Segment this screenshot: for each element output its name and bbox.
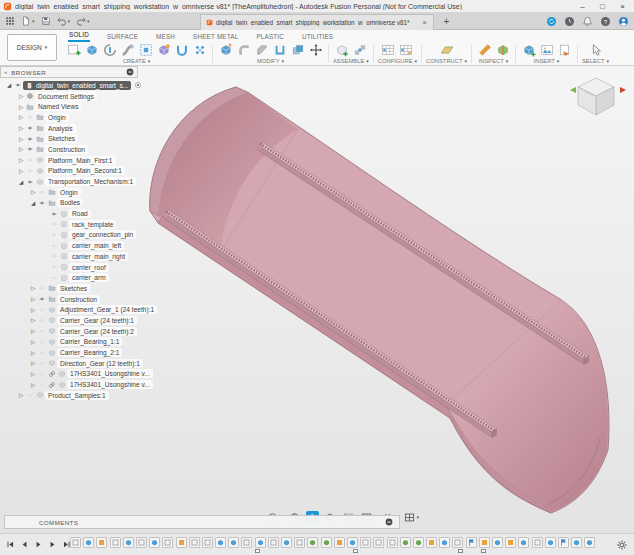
browser-item-17hs3401-usongshine-v[interactable]: ▷17HS3401_Usongshine v... [1,379,157,390]
browser-item-bodies[interactable]: ◢Bodies [1,198,157,209]
viewports-button[interactable]: ▾ [403,511,420,524]
chamfer-button[interactable] [253,42,270,58]
expand-arrow-icon[interactable]: ▷ [29,328,37,334]
browser-item-carrier-bearing-2-1[interactable]: ▷Carrier_Bearing_2:1 [1,347,157,358]
undo-button[interactable]: ▾ [56,15,72,27]
browser-item-label[interactable]: Carrier_Gear (24 teeth):1 [57,316,137,325]
timeline-marker[interactable] [481,549,486,553]
timeline-feature-2-blue[interactable] [83,537,94,548]
expand-arrow-icon[interactable]: ▷ [29,189,37,195]
visibility-eye-icon[interactable] [25,136,35,142]
collapse-arrow-icon[interactable]: ◢ [5,82,13,88]
toolbar-group-label[interactable]: INSERT ▾ [534,58,560,66]
shell-button[interactable] [271,42,288,58]
tab-utilities[interactable]: UTILITIES [301,32,334,42]
browser-item-origin[interactable]: ▷Origin [1,187,157,198]
browser-item-label[interactable]: carrier_main_left [69,241,124,250]
toolbar-group-label[interactable]: SELECT ▾ [582,58,609,66]
tab-mesh[interactable]: MESH [155,32,176,42]
collapse-panel-icon[interactable]: « [4,69,7,75]
browser-item-label[interactable]: Transportation_Mechanism:1 [45,177,136,186]
timeline-feature-20-green[interactable] [321,537,332,548]
expand-arrow-icon[interactable]: ▷ [29,296,37,302]
visibility-eye-icon[interactable] [25,179,35,185]
browser-item-label[interactable]: Origin [57,188,81,197]
browser-item-label[interactable]: Product_Samples:1 [45,391,109,400]
visibility-eye-icon[interactable] [37,200,47,206]
activate-component-radio[interactable] [134,81,142,89]
timeline-feature-3-orange[interactable] [96,537,107,548]
tab-plastic[interactable]: PLASTIC [255,32,285,42]
play-button[interactable] [32,538,44,550]
browser-item-rack-template[interactable]: rack_template [1,219,157,230]
browser-item-label[interactable]: Sketches [57,284,90,293]
timeline-feature-21-orange[interactable] [334,537,345,548]
browser-item-label[interactable]: Construction [57,295,100,304]
maximize-button[interactable]: □ [594,0,611,12]
expand-arrow-icon[interactable]: ▷ [17,114,25,120]
timeline-feature-35-blue[interactable] [518,537,529,548]
sync-status-button[interactable] [545,15,558,28]
timeline-feature-18-gray[interactable] [294,537,305,548]
browser-item-named-views[interactable]: ▷Named Views [1,101,157,112]
visibility-eye-icon[interactable] [37,328,47,334]
browser-item-label[interactable]: Direction_Gear (12 teeth):1 [57,359,143,368]
browser-item-label[interactable]: Carrier_Bearing_1:1 [57,337,122,346]
toolbar-group-label[interactable]: CONSTRUCT ▾ [426,58,467,66]
visibility-eye-icon[interactable] [37,285,47,291]
document-tab-close-icon[interactable]: × [421,18,428,27]
visibility-eye-icon[interactable] [49,275,59,281]
visibility-eye-icon[interactable] [37,307,47,313]
web-button[interactable] [173,42,190,58]
timeline-feature-29-blue[interactable] [439,537,450,548]
browser-item-adjustment-gear-1-24-teeth-1[interactable]: ▷Adjustment_Gear_1 (24 teeth):1 [1,304,157,315]
expand-arrow-icon[interactable]: ▷ [29,360,37,366]
browser-item-label[interactable]: Bodies [57,198,83,207]
expand-arrow-icon[interactable]: ▷ [29,339,37,345]
browser-item-carrier-gear-24-teeth-1[interactable]: ▷Carrier_Gear (24 teeth):1 [1,315,157,326]
create-sketch-button[interactable] [65,42,82,58]
expand-arrow-icon[interactable]: ▷ [17,104,25,110]
combine-button[interactable] [289,42,306,58]
browser-item-label[interactable]: Origin [45,113,69,122]
timeline-feature-4-gray[interactable] [110,537,121,548]
document-tab[interactable]: digital_twin_enabled_smart_shipping_work… [200,14,434,30]
browser-item-platform-main-first-1[interactable]: ▷Platform_Main_First:1 [1,155,157,166]
tab-solid[interactable]: SOLID [68,30,90,42]
browser-item-origin[interactable]: ▷Origin [1,112,157,123]
browser-item-document-settings[interactable]: ▷Document Settings [1,91,157,102]
configuration-insert-button[interactable] [398,42,415,58]
browser-item-label[interactable]: digital_twin_enabled_smart_s... [23,81,131,90]
browser-item-label[interactable]: Platform_Main_Second:1 [45,166,125,175]
visibility-eye-icon[interactable] [37,360,47,366]
browser-item-carrier-roof[interactable]: carrier_roof [1,262,157,273]
canvas-button[interactable] [538,42,555,58]
visibility-eye-icon[interactable] [49,264,59,270]
timeline-feature-8-gray[interactable] [162,537,173,548]
timeline-feature-17-blue[interactable] [281,537,292,548]
workspace-selector[interactable]: DESIGN ▾ [7,34,57,61]
timeline-feature-33-blue[interactable] [492,537,503,548]
configuration-table-button[interactable] [380,42,397,58]
timeline-marker[interactable] [458,549,463,553]
browser-item-label[interactable]: 17HS3401_Usongshine v... [67,369,153,378]
section-analysis-button[interactable] [494,42,511,58]
browser-item-17hs3401-usongshine-v[interactable]: ▷17HS3401_Usongshine v... [1,369,157,380]
collapse-arrow-icon[interactable]: ◢ [29,200,37,206]
timeline-feature-10-gray[interactable] [189,537,200,548]
timeline-feature-25-gray[interactable] [387,537,398,548]
visibility-eye-icon[interactable] [25,125,35,131]
browser-item-construction[interactable]: ▷Construction [1,294,157,305]
expand-arrow-icon[interactable]: ▷ [17,168,25,174]
visibility-eye-icon[interactable] [37,339,47,345]
expand-arrow-icon[interactable]: ▷ [29,307,37,313]
timeline-feature-7-blue[interactable] [149,537,160,548]
redo-button[interactable]: ▾ [75,15,91,27]
timeline-feature-36-gray[interactable] [532,537,543,548]
timeline-marker[interactable] [353,549,358,553]
browser-item-label[interactable]: carrier_arm [69,273,109,282]
profile-button[interactable] [617,15,630,28]
browser-item-label[interactable]: Sketches [45,134,78,143]
timeline-feature-32-orange[interactable] [479,537,490,548]
timeline-track[interactable] [70,537,608,548]
